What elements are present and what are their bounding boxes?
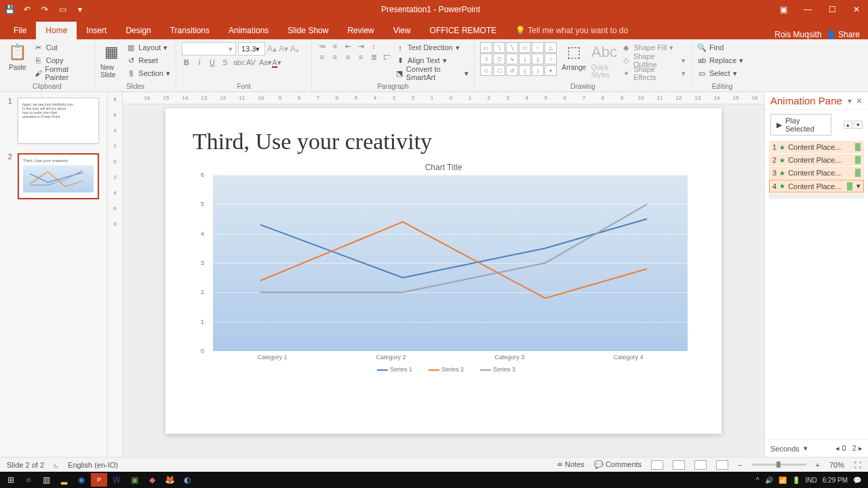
animation-item[interactable]: 2★Content Place... bbox=[769, 154, 864, 166]
animation-item[interactable]: 1★Content Place... bbox=[769, 141, 864, 153]
copy-button[interactable]: ⎘Copy bbox=[34, 55, 89, 66]
move-down-icon[interactable]: ▾ bbox=[854, 121, 863, 129]
language-indicator[interactable]: English (en-IO) bbox=[68, 461, 118, 469]
action-center-icon[interactable]: 💬 bbox=[853, 476, 861, 484]
replace-button[interactable]: abReplace ▾ bbox=[697, 55, 743, 66]
timeline-unit[interactable]: Seconds bbox=[770, 445, 800, 453]
taskview-icon[interactable]: ▥ bbox=[38, 473, 54, 487]
font-size-select[interactable]: 13.3 ▾ bbox=[238, 42, 265, 56]
close-icon[interactable]: ✕ bbox=[849, 5, 864, 14]
undo-icon[interactable]: ↶ bbox=[22, 4, 33, 15]
bold-button[interactable]: B bbox=[182, 58, 191, 67]
firefox-icon[interactable]: 🦊 bbox=[161, 473, 178, 487]
animpane-options-icon[interactable]: ▾ bbox=[848, 96, 852, 106]
new-slide-button[interactable]: ▦New Slide bbox=[100, 42, 122, 79]
find-button[interactable]: 🔍Find bbox=[697, 42, 743, 53]
tab-design[interactable]: Design bbox=[116, 22, 160, 39]
tray-icon[interactable]: 🔊 bbox=[765, 476, 773, 484]
tray-clock[interactable]: 6:29 PM bbox=[823, 476, 848, 484]
move-up-icon[interactable]: ▴ bbox=[844, 121, 852, 129]
normal-view-icon[interactable] bbox=[651, 460, 663, 470]
reset-button[interactable]: ↺Reset bbox=[126, 55, 170, 66]
arrange-button[interactable]: ⬚Arrange bbox=[561, 42, 587, 71]
ribbon-display-icon[interactable]: ▣ bbox=[776, 5, 791, 14]
case-button[interactable]: Aa▾ bbox=[259, 58, 269, 67]
explorer-icon[interactable]: ▂ bbox=[56, 473, 72, 487]
spellcheck-icon[interactable]: ⎁ bbox=[54, 461, 58, 469]
spacing-button[interactable]: AV bbox=[246, 58, 256, 67]
shape-fill-button[interactable]: ◆Shape Fill ▾ bbox=[621, 42, 686, 53]
chrome-icon[interactable]: ◉ bbox=[73, 473, 90, 487]
chart-placeholder[interactable]: 1234 Chart Title 0123456 Category 1Categ… bbox=[193, 163, 694, 373]
slide-thumbnail-1[interactable]: Again, we see from theWorld.comIn this t… bbox=[18, 98, 99, 144]
font-family-select[interactable]: ▾ bbox=[182, 42, 236, 56]
tray-lang[interactable]: IND bbox=[806, 476, 817, 484]
tab-transitions[interactable]: Transitions bbox=[161, 22, 219, 39]
clear-format-icon[interactable]: Aᵩ bbox=[290, 44, 299, 54]
cortana-icon[interactable]: ○ bbox=[20, 473, 37, 487]
cut-button[interactable]: ✂Cut bbox=[34, 42, 89, 53]
qat-more-icon[interactable]: ▾ bbox=[75, 4, 85, 15]
strike-button[interactable]: S bbox=[220, 58, 230, 67]
format-painter-button[interactable]: 🖌Format Painter bbox=[34, 68, 89, 79]
account-name[interactable]: Rois Muqsith bbox=[774, 30, 821, 39]
text-direction-button[interactable]: ↕Text Direction ▾ bbox=[395, 42, 469, 53]
grow-font-icon[interactable]: A▴ bbox=[267, 44, 277, 54]
align-text-button[interactable]: ⬍Align Text ▾ bbox=[395, 55, 469, 66]
tab-slideshow[interactable]: Slide Show bbox=[278, 22, 338, 39]
start-from-beginning-icon[interactable]: ▭ bbox=[57, 4, 68, 15]
tab-file[interactable]: File bbox=[4, 22, 36, 39]
slideshow-view-icon[interactable] bbox=[716, 460, 728, 470]
section-button[interactable]: §Section ▾ bbox=[126, 68, 170, 79]
save-icon[interactable]: 💾 bbox=[4, 4, 15, 15]
animation-item[interactable]: 4★Content Place...▾ bbox=[769, 180, 864, 192]
animation-item[interactable] bbox=[769, 193, 864, 199]
redo-icon[interactable]: ↷ bbox=[39, 4, 50, 15]
select-button[interactable]: ▭Select ▾ bbox=[697, 68, 743, 79]
word-icon[interactable]: W bbox=[108, 473, 125, 487]
zoom-out-icon[interactable]: − bbox=[738, 461, 742, 469]
tray-up-icon[interactable]: ^ bbox=[756, 476, 760, 484]
zoom-in-icon[interactable]: + bbox=[816, 461, 820, 469]
zoom-slider[interactable] bbox=[752, 464, 806, 466]
slide-canvas[interactable]: Third, Use your creativity 1234 Chart Ti… bbox=[165, 108, 722, 434]
minimize-icon[interactable]: — bbox=[800, 5, 815, 14]
share-button[interactable]: 👤 Share bbox=[826, 30, 860, 39]
layout-button[interactable]: ▥Layout ▾ bbox=[126, 42, 170, 53]
quick-styles-button[interactable]: AbcQuick Styles bbox=[591, 42, 618, 79]
paste-button[interactable]: 📋Paste bbox=[5, 42, 30, 71]
app-icon[interactable]: ▣ bbox=[126, 473, 142, 487]
slide-title[interactable]: Third, Use your creativity bbox=[193, 129, 694, 155]
tab-office-remote[interactable]: OFFICE REMOTE bbox=[420, 22, 507, 39]
shrink-font-icon[interactable]: A▾ bbox=[279, 44, 288, 54]
shadow-button[interactable]: abc bbox=[233, 58, 243, 67]
tab-review[interactable]: Review bbox=[338, 22, 383, 39]
tab-animations[interactable]: Animations bbox=[219, 22, 278, 39]
tab-insert[interactable]: Insert bbox=[77, 22, 116, 39]
play-selected-button[interactable]: ▶ Play Selected bbox=[770, 114, 831, 136]
reading-view-icon[interactable] bbox=[694, 460, 707, 470]
slide-counter[interactable]: Slide 2 of 2 bbox=[7, 461, 44, 469]
sorter-view-icon[interactable] bbox=[673, 460, 685, 470]
slide-thumbnail-2[interactable]: Third, Use your creativity bbox=[18, 153, 99, 199]
tab-home[interactable]: Home bbox=[36, 22, 77, 39]
notes-button[interactable]: ≐ Notes bbox=[557, 460, 585, 469]
animation-item[interactable]: 3★Content Place... bbox=[769, 167, 864, 179]
start-icon[interactable]: ⊞ bbox=[3, 473, 19, 487]
shapes-gallery[interactable]: ▭╲╲▭○△ ⇧⬠↳{}☆ ◇⬡↺()▾ bbox=[480, 42, 557, 76]
shape-outline-button[interactable]: ◇Shape Outline ▾ bbox=[621, 55, 686, 66]
italic-button[interactable]: I bbox=[195, 58, 204, 67]
maximize-icon[interactable]: ☐ bbox=[825, 5, 840, 14]
tray-battery-icon[interactable]: 🔋 bbox=[792, 476, 800, 484]
shape-effects-button[interactable]: ✦Shape Effects ▾ bbox=[621, 68, 686, 79]
underline-button[interactable]: U bbox=[208, 58, 217, 67]
app-icon[interactable]: ◆ bbox=[144, 473, 160, 487]
font-color-button[interactable]: A▾ bbox=[272, 58, 281, 67]
tell-me[interactable]: 💡 Tell me what you want to do bbox=[506, 22, 637, 39]
tray-icon[interactable]: 📶 bbox=[778, 476, 787, 484]
smartart-button[interactable]: ⬔Convert to SmartArt ▾ bbox=[395, 68, 469, 79]
zoom-level[interactable]: 70% bbox=[829, 461, 844, 469]
powerpoint-icon[interactable]: P bbox=[91, 473, 107, 487]
animpane-close-icon[interactable]: ✕ bbox=[856, 96, 863, 106]
fit-slide-icon[interactable]: ⛶ bbox=[854, 461, 861, 469]
